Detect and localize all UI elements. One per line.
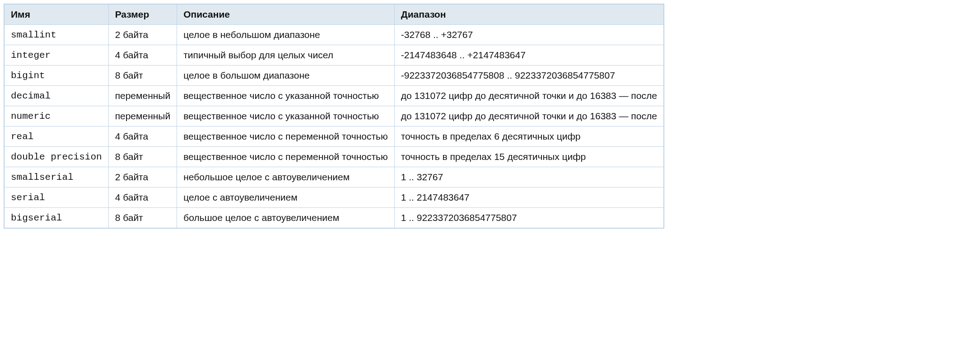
cell-size: 4 байта <box>108 188 177 208</box>
table-row: bigint8 байтцелое в большом диапазоне-92… <box>4 66 664 86</box>
cell-desc: целое с автоувеличением <box>177 188 395 208</box>
table-header-row: Имя Размер Описание Диапазон <box>4 4 664 25</box>
table-row: bigserial8 байтбольшое целое с автоувели… <box>4 208 664 229</box>
cell-range: 1 .. 2147483647 <box>394 188 664 208</box>
cell-desc: целое в небольшом диапазоне <box>177 25 395 45</box>
cell-range: до 131072 цифр до десятичной точки и до … <box>394 106 664 127</box>
cell-size: переменный <box>108 86 177 106</box>
table-row: serial4 байтацелое с автоувеличением1 ..… <box>4 188 664 208</box>
col-header-desc: Описание <box>177 4 395 25</box>
cell-name: smallint <box>4 25 108 45</box>
cell-range: точность в пределах 6 десятичных цифр <box>394 127 664 147</box>
col-header-size: Размер <box>108 4 177 25</box>
cell-name: decimal <box>4 86 108 106</box>
col-header-name: Имя <box>4 4 108 25</box>
cell-name: double precision <box>4 147 108 167</box>
col-header-range: Диапазон <box>394 4 664 25</box>
cell-size: 4 байта <box>108 45 177 66</box>
table-row: integer4 байтатипичный выбор для целых ч… <box>4 45 664 66</box>
cell-name: numeric <box>4 106 108 127</box>
cell-size: 2 байта <box>108 167 177 188</box>
cell-desc: целое в большом диапазоне <box>177 66 395 86</box>
cell-size: 8 байт <box>108 208 177 229</box>
cell-size: 8 байт <box>108 66 177 86</box>
cell-size: 2 байта <box>108 25 177 45</box>
cell-desc: вещественное число с указанной точностью <box>177 106 395 127</box>
cell-name: bigserial <box>4 208 108 229</box>
table-row: double precision8 байтвещественное число… <box>4 147 664 167</box>
cell-name: serial <box>4 188 108 208</box>
cell-name: bigint <box>4 66 108 86</box>
table-row: real4 байтавещественное число с переменн… <box>4 127 664 147</box>
cell-desc: небольшое целое с автоувеличением <box>177 167 395 188</box>
cell-range: 1 .. 9223372036854775807 <box>394 208 664 229</box>
cell-size: 4 байта <box>108 127 177 147</box>
cell-desc: вещественное число с указанной точностью <box>177 86 395 106</box>
cell-desc: вещественное число с переменной точность… <box>177 147 395 167</box>
cell-range: -32768 .. +32767 <box>394 25 664 45</box>
cell-size: переменный <box>108 106 177 127</box>
cell-range: -2147483648 .. +2147483647 <box>394 45 664 66</box>
table-row: smallint2 байтацелое в небольшом диапазо… <box>4 25 664 45</box>
table-row: decimalпеременныйвещественное число с ук… <box>4 86 664 106</box>
cell-size: 8 байт <box>108 147 177 167</box>
cell-name: real <box>4 127 108 147</box>
numeric-types-table: Имя Размер Описание Диапазон smallint2 б… <box>4 4 664 229</box>
cell-range: точность в пределах 15 десятичных цифр <box>394 147 664 167</box>
cell-desc: большое целое с автоувеличением <box>177 208 395 229</box>
cell-name: integer <box>4 45 108 66</box>
cell-range: 1 .. 32767 <box>394 167 664 188</box>
cell-range: -9223372036854775808 .. 9223372036854775… <box>394 66 664 86</box>
table-row: numericпеременныйвещественное число с ук… <box>4 106 664 127</box>
cell-name: smallserial <box>4 167 108 188</box>
cell-desc: типичный выбор для целых чисел <box>177 45 395 66</box>
table-row: smallserial2 байтанебольшое целое с авто… <box>4 167 664 188</box>
cell-desc: вещественное число с переменной точность… <box>177 127 395 147</box>
cell-range: до 131072 цифр до десятичной точки и до … <box>394 86 664 106</box>
